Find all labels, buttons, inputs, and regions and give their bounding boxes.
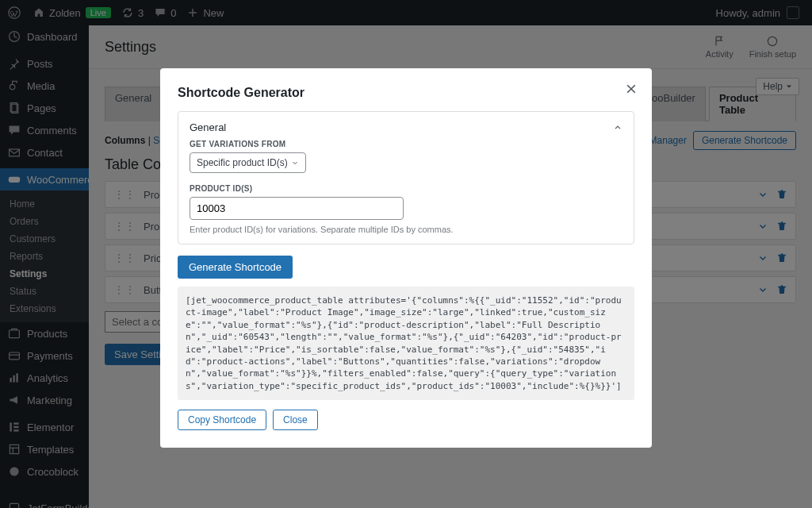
variations-select[interactable]: Specific product ID(s) [190, 152, 306, 173]
accordion-header[interactable]: General [190, 121, 622, 133]
shortcode-modal: Shortcode Generator General GET VARIATIO… [160, 68, 652, 448]
general-accordion: General GET VARIATIONS FROM Specific pro… [178, 111, 634, 244]
modal-title: Shortcode Generator [178, 86, 634, 100]
modal-overlay[interactable]: Shortcode Generator General GET VARIATIO… [0, 0, 812, 508]
product-ids-input[interactable] [190, 197, 404, 220]
close-icon[interactable] [625, 83, 638, 99]
generate-shortcode-button[interactable]: Generate Shortcode [178, 256, 293, 279]
close-button[interactable]: Close [273, 410, 318, 430]
shortcode-output[interactable]: [jet_woocommerce_product_table attribute… [178, 287, 634, 400]
chevron-up-icon [613, 123, 622, 133]
chevron-down-icon [291, 159, 299, 167]
variations-value: Specific product ID(s) [197, 157, 288, 168]
product-ids-label: PRODUCT ID(S) [190, 184, 622, 193]
accordion-title: General [190, 121, 226, 133]
variations-label: GET VARIATIONS FROM [190, 140, 622, 148]
product-ids-help: Enter product ID(s) for variations. Sepa… [190, 225, 622, 234]
copy-shortcode-button[interactable]: Copy Shortcode [178, 410, 266, 430]
